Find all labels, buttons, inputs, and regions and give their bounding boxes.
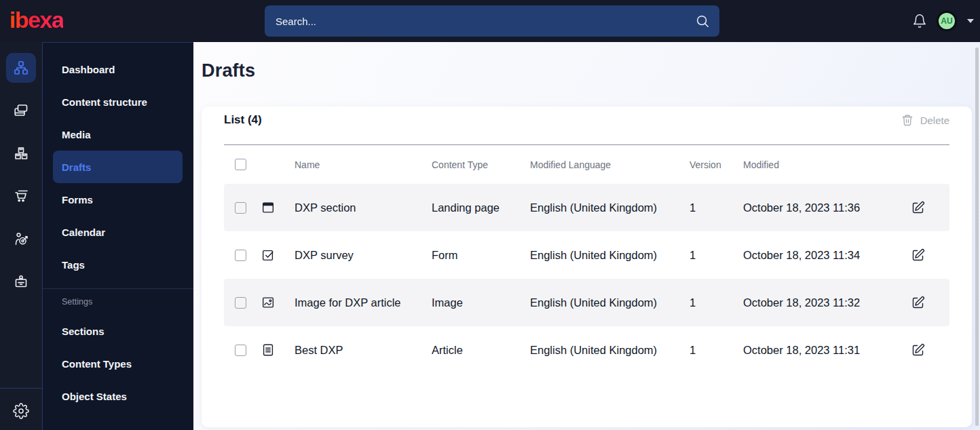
row-content-type: Image: [432, 296, 530, 309]
sidebar-item-tags[interactable]: Tags: [43, 248, 193, 281]
landing-page-icon: [261, 200, 276, 215]
row-content-type: Article: [432, 344, 530, 357]
row-modified-language: English (United Kingdom): [530, 296, 690, 309]
sidebar-item-object-states[interactable]: Object States: [43, 380, 193, 412]
row-modified: October 18, 2023 11:36: [743, 201, 911, 214]
drafts-panel: List (4) Delete Name Co: [202, 106, 972, 427]
article-icon: [261, 343, 276, 357]
search-input[interactable]: [265, 16, 695, 27]
column-header-modified-language: Modified Language: [530, 159, 690, 170]
row-modified: October 18, 2023 11:32: [743, 296, 911, 309]
rail-item-corporate[interactable]: [6, 267, 36, 296]
pages-icon: [13, 102, 29, 119]
vertical-scrollbar[interactable]: [975, 47, 979, 426]
table-row[interactable]: Best DXP Article English (United Kingdom…: [224, 326, 949, 374]
select-all-checkbox[interactable]: [235, 159, 246, 170]
edit-button[interactable]: [911, 201, 925, 215]
shopping-cart-icon: [13, 188, 29, 204]
edit-button[interactable]: [911, 248, 925, 262]
rail-item-pages[interactable]: [6, 96, 36, 125]
edit-icon: [911, 248, 925, 262]
image-icon: [261, 295, 276, 310]
column-header-name: Name: [295, 159, 432, 170]
rail-item-personalization[interactable]: [6, 224, 36, 254]
app-window: ibexa AU: [0, 0, 980, 430]
row-version: 1: [690, 249, 743, 262]
search-icon[interactable]: [695, 14, 710, 28]
menu-divider: [43, 288, 193, 289]
rail-item-product-catalog[interactable]: [6, 138, 36, 168]
sidebar-item-calendar[interactable]: Calendar: [43, 216, 193, 248]
row-name: DXP section: [295, 201, 432, 214]
row-modified: October 18, 2023 11:34: [743, 249, 911, 262]
drafts-table: Name Content Type Modified Language Vers…: [224, 144, 949, 374]
rail-item-content-structure[interactable]: [6, 53, 36, 83]
edit-icon: [911, 296, 925, 310]
admin-settings-gear-icon[interactable]: [13, 403, 29, 419]
product-catalog-icon: [13, 145, 29, 161]
row-name: DXP survey: [295, 249, 432, 262]
icon-rail: [0, 42, 42, 430]
row-content-type: Landing page: [432, 201, 530, 214]
ibexa-logo[interactable]: ibexa: [10, 7, 63, 33]
table-row[interactable]: DXP survey Form English (United Kingdom)…: [224, 231, 949, 279]
row-name: Best DXP: [295, 344, 432, 357]
sidebar-item-media[interactable]: Media: [43, 118, 193, 151]
row-name: Image for DXP article: [295, 296, 432, 309]
row-checkbox[interactable]: [235, 297, 246, 309]
row-modified-language: English (United Kingdom): [530, 201, 690, 214]
delete-button[interactable]: Delete: [901, 114, 949, 126]
sidebar-item-dashboard[interactable]: Dashboard: [43, 53, 193, 85]
column-header-modified: Modified: [743, 159, 911, 170]
edit-button[interactable]: [911, 343, 925, 357]
sidebar-item-forms[interactable]: Forms: [43, 183, 193, 216]
form-icon: [261, 248, 276, 262]
main-content: Drafts List (4) Delete: [193, 42, 980, 430]
topbar: ibexa AU: [0, 0, 980, 42]
list-count-title: List (4): [224, 113, 262, 127]
column-header-version: Version: [690, 159, 743, 170]
content-structure-icon: [13, 60, 29, 76]
corporate-badge-icon: [13, 273, 29, 290]
row-content-type: Form: [432, 249, 530, 262]
sidebar-item-drafts[interactable]: Drafts: [53, 151, 183, 183]
rail-divider: [0, 388, 42, 389]
panel-header: List (4) Delete: [224, 106, 949, 134]
global-search: [265, 5, 719, 37]
edit-button[interactable]: [911, 296, 925, 310]
sidebar-item-content-structure[interactable]: Content structure: [43, 85, 193, 118]
trash-icon: [901, 114, 913, 126]
page-title: Drafts: [202, 60, 972, 81]
notifications-bell-icon[interactable]: [912, 14, 927, 28]
row-modified: October 18, 2023 11:31: [743, 344, 911, 357]
edit-icon: [911, 201, 925, 215]
sidebar-item-sections[interactable]: Sections: [43, 315, 193, 347]
table-header-row: Name Content Type Modified Language Vers…: [224, 144, 949, 184]
row-version: 1: [690, 201, 743, 214]
row-modified-language: English (United Kingdom): [530, 344, 690, 357]
delete-label: Delete: [920, 115, 949, 126]
row-checkbox[interactable]: [235, 202, 246, 214]
table-row[interactable]: DXP section Landing page English (United…: [224, 184, 949, 231]
table-row[interactable]: Image for DXP article Image English (Uni…: [224, 279, 949, 326]
topbar-actions: AU: [912, 0, 975, 42]
personalization-target-icon: [13, 231, 29, 247]
chevron-down-icon[interactable]: [966, 18, 975, 24]
row-checkbox[interactable]: [235, 345, 246, 356]
row-version: 1: [690, 344, 743, 357]
row-modified-language: English (United Kingdom): [530, 249, 690, 262]
row-checkbox[interactable]: [235, 250, 246, 261]
user-avatar[interactable]: AU: [937, 11, 957, 31]
sidebar-item-content-types[interactable]: Content Types: [43, 347, 193, 380]
column-header-content-type: Content Type: [432, 159, 530, 170]
settings-heading: Settings: [62, 297, 193, 309]
avatar-initials: AU: [941, 16, 952, 26]
sidebar-menu: Dashboard Content structure Media Drafts…: [42, 42, 193, 430]
edit-icon: [911, 343, 925, 357]
row-version: 1: [690, 296, 743, 309]
rail-item-commerce[interactable]: [6, 181, 36, 211]
